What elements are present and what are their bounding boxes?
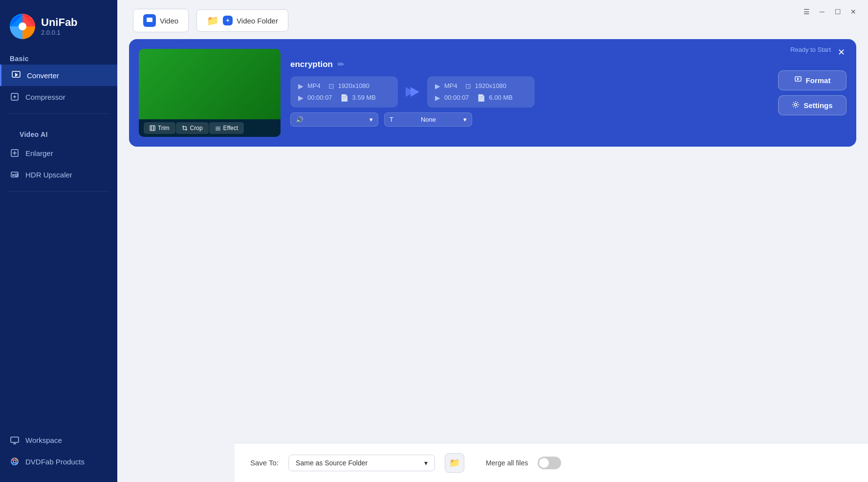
source-format: MP4 [307, 82, 321, 89]
svg-marker-27 [797, 78, 800, 80]
svg-point-14 [11, 458, 18, 465]
add-folder-plus-icon: + [223, 16, 233, 25]
video-name-row: encryption ✏ [290, 60, 760, 69]
add-folder-button[interactable]: 📁 + Video Folder [196, 9, 288, 32]
source-format-row: ▶ MP4 ⊡ 1920x1080 [298, 82, 390, 90]
output-format-row: ▶ MP4 ⊡ 1920x1080 [435, 82, 527, 90]
source-resolution: 1920x1080 [338, 82, 369, 89]
sidebar-item-enlarger[interactable]: Enlarger [0, 142, 117, 164]
output-size-icon: 📄 [477, 94, 485, 102]
video-card: Ready to Start ✕ Trim [129, 39, 856, 147]
video-filename: encryption [290, 60, 333, 69]
sidebar-divider-2 [8, 191, 109, 192]
title-bar: ☰ ─ ☐ ✕ [792, 0, 868, 23]
source-size-icon: 📄 [340, 94, 348, 102]
source-res-icon: ⊡ [328, 82, 334, 90]
sidebar-item-compressor[interactable]: Compressor [0, 86, 117, 108]
logo-text: UniFab 2.0.0.1 [41, 17, 78, 36]
sidebar-bottom: Workspace DVDFab Products [0, 429, 117, 482]
save-path-value: Same as Source Folder [296, 459, 368, 467]
output-format-icon: ▶ [435, 82, 440, 90]
maximize-button[interactable]: ☐ [831, 5, 845, 19]
enlarger-icon [10, 148, 20, 158]
format-label: Format [806, 76, 831, 85]
sidebar-item-converter[interactable]: Converter [0, 65, 117, 86]
add-folder-label: Video Folder [237, 17, 278, 25]
sidebar-item-dvdfab[interactable]: DVDFab Products [0, 451, 117, 472]
svg-marker-25 [411, 87, 419, 97]
basic-section-label: Basic [0, 51, 117, 65]
sidebar: UniFab 2.0.0.1 Basic Converter Compresso… [0, 0, 117, 482]
output-size: 6.00 MB [489, 94, 513, 101]
enlarger-label: Enlarger [25, 149, 53, 157]
format-button[interactable]: Format [778, 70, 846, 90]
logo-area: UniFab 2.0.0.1 [0, 0, 117, 51]
dvdfab-icon [10, 457, 20, 466]
output-resolution: 1920x1080 [475, 82, 506, 89]
app-version: 2.0.0.1 [41, 29, 78, 36]
menu-button[interactable]: ☰ [800, 5, 813, 19]
crop-label: Crop [190, 125, 203, 131]
svg-marker-3 [15, 73, 18, 77]
workspace-icon [10, 435, 20, 445]
compressor-label: Compressor [25, 93, 65, 101]
video-card-close[interactable]: ✕ [835, 46, 847, 59]
effect-button[interactable]: Effect [209, 122, 244, 134]
audio-select[interactable]: 🔊 ▾ [290, 112, 378, 127]
subtitle-chevron: ▾ [463, 116, 467, 123]
dvdfab-label: DVDFab Products [25, 458, 85, 466]
thumbnail-preview [139, 49, 281, 119]
sidebar-item-workspace[interactable]: Workspace [0, 429, 117, 451]
add-video-icon [143, 14, 156, 27]
hdr-label: HDR Upscaler [25, 171, 72, 179]
conversion-arrow [404, 83, 421, 101]
content-area: Ready to Start ✕ Trim [117, 39, 868, 482]
output-file-box: ▶ MP4 ⊡ 1920x1080 ▶ 00:00:07 📄 6.00 MB [427, 76, 535, 108]
bottom-bar: Save To: Same as Source Folder ▾ 📁 Merge… [235, 443, 868, 482]
add-video-label: Video [160, 17, 178, 25]
crop-button[interactable]: Crop [176, 122, 209, 134]
output-duration: 00:00:07 [444, 94, 469, 101]
minimize-button[interactable]: ─ [815, 5, 829, 19]
effect-label: Effect [223, 125, 238, 131]
converter-icon [11, 70, 21, 80]
svg-rect-11 [11, 437, 19, 442]
subtitle-value: None [421, 116, 436, 123]
ready-badge: Ready to Start [790, 46, 831, 53]
trim-button[interactable]: Trim [144, 122, 175, 134]
output-time-row: ▶ 00:00:07 📄 6.00 MB [435, 94, 527, 102]
video-ai-label: Video AI [10, 127, 108, 140]
edit-name-icon[interactable]: ✏ [338, 60, 344, 69]
video-thumbnail: Trim Crop Effect [139, 49, 281, 137]
subtitle-select[interactable]: T None ▾ [384, 112, 472, 127]
app-logo-icon [10, 14, 35, 39]
format-btn-icon [794, 76, 802, 85]
workspace-label: Workspace [25, 436, 62, 444]
settings-label: Settings [803, 101, 832, 110]
save-path-dropdown[interactable]: Same as Source Folder ▾ [288, 455, 435, 471]
output-duration-icon: ▶ [435, 94, 440, 102]
add-video-button[interactable]: Video [133, 9, 189, 32]
source-time-row: ▶ 00:00:07 📄 3.59 MB [298, 94, 390, 102]
settings-button[interactable]: Settings [778, 95, 846, 115]
folder-browse-button[interactable]: 📁 [445, 453, 464, 473]
media-dropdowns: 🔊 ▾ T None ▾ [290, 112, 760, 127]
hdr-icon [10, 170, 20, 179]
source-duration-icon: ▶ [298, 94, 304, 102]
merge-label: Merge all files [486, 459, 528, 467]
svg-rect-18 [150, 126, 155, 131]
sidebar-item-hdr[interactable]: HDR Upscaler [0, 164, 117, 185]
source-duration: 00:00:07 [307, 94, 332, 101]
svg-point-28 [795, 104, 797, 106]
folder-icon: 📁 [207, 15, 219, 26]
output-format: MP4 [444, 82, 457, 89]
merge-toggle[interactable] [538, 457, 561, 469]
video-info: encryption ✏ ▶ MP4 ⊡ 1920x1080 ▶ [290, 60, 760, 127]
close-button[interactable]: ✕ [846, 5, 860, 19]
source-file-box: ▶ MP4 ⊡ 1920x1080 ▶ 00:00:07 📄 3.59 MB [290, 76, 398, 108]
file-info-row: ▶ MP4 ⊡ 1920x1080 ▶ 00:00:07 📄 3.59 MB [290, 76, 760, 108]
converter-label: Converter [27, 71, 59, 80]
svg-point-15 [13, 460, 16, 463]
audio-icon: 🔊 [296, 116, 304, 123]
toolbar: Video 📁 + Video Folder [117, 0, 868, 39]
